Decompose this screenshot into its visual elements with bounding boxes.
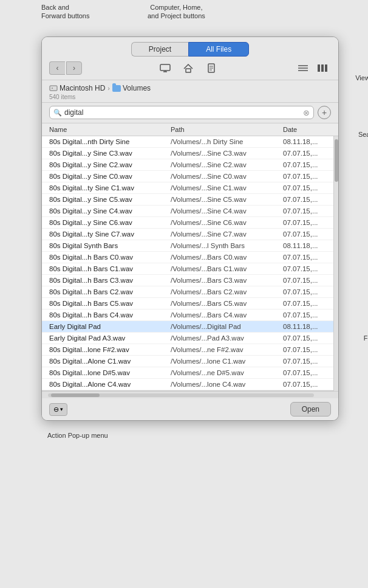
list-view-button[interactable] (295, 61, 312, 75)
table-row[interactable]: 80s Digital...h Bars C0.wav /Volumes/...… (42, 252, 333, 263)
file-path: /Volumes/...Sine C1.wav (171, 184, 283, 192)
vertical-scrollbar[interactable] (333, 136, 338, 391)
file-path: /Volumes/...h Dirty Sine (171, 138, 283, 145)
file-path: /Volumes/...Bars C1.wav (171, 265, 283, 272)
annotation-search-field: Search field (358, 131, 368, 138)
file-path: /Volumes/...Sine C5.wav (171, 196, 283, 203)
table-row[interactable]: 80s Digital...Alone C4.wav /Volumes/...l… (42, 379, 333, 390)
toolbar: Project All Files ‹ › (42, 37, 338, 80)
scrollbar-thumb[interactable] (335, 139, 338, 182)
h-scroll-thumb[interactable] (51, 393, 100, 397)
table-row[interactable]: 80s Digital...y Sine C4.wav /Volumes/...… (42, 206, 333, 217)
file-date: 07.07.15,... (283, 254, 326, 261)
breadcrumb-folder[interactable]: Volumes (112, 84, 151, 92)
table-row[interactable]: 80s Digital...y Sine C5.wav /Volumes/...… (42, 194, 333, 206)
computer-icon[interactable] (157, 61, 174, 75)
svg-rect-13 (325, 64, 327, 72)
nav-row: ‹ › (49, 61, 331, 75)
table-row[interactable]: 80s Digital...y Sine C0.wav /Volumes/...… (42, 171, 333, 182)
action-popup-button[interactable]: ⊖ ▾ (49, 403, 67, 416)
open-dialog: Project All Files ‹ › (41, 36, 339, 421)
table-row[interactable]: 80s Digital...y Sine C6.wav /Volumes/...… (42, 217, 333, 229)
file-date: 07.07.15,... (283, 311, 326, 319)
file-path: /Volumes/...l Synth Bars (171, 242, 283, 249)
file-path: /Volumes/...Bars C2.wav (171, 288, 283, 296)
file-path: /Volumes/...Sine C3.wav (171, 150, 283, 157)
file-path: /Volumes/...ne F#2.wav (171, 346, 283, 353)
file-date: 08.11.18,... (283, 242, 326, 249)
tab-all-files[interactable]: All Files (188, 42, 249, 57)
file-path: /Volumes/...Digital Pad (171, 323, 283, 330)
file-name: 80s Digital...lone D#5.wav (49, 369, 171, 376)
location-icon-group (157, 61, 220, 75)
table-row[interactable]: 80s Digital...h Bars C3.wav /Volumes/...… (42, 275, 333, 286)
file-date: 07.07.15,... (283, 196, 326, 203)
annotation-file-list: File list (364, 334, 368, 342)
svg-rect-11 (318, 64, 320, 72)
file-name: 80s Digital Synth Bars (49, 242, 171, 249)
svg-rect-15 (52, 88, 53, 89)
file-name: 80s Digital...Alone C4.wav (49, 381, 171, 388)
file-date: 08.11.18,... (283, 138, 326, 145)
file-date: 07.07.15,... (283, 358, 326, 365)
item-count: 540 items (49, 94, 331, 100)
file-name: Early Digital Pad (49, 323, 171, 330)
file-date: 07.07.15,... (283, 346, 326, 353)
table-row[interactable]: 80s Digital...nth Dirty Sine /Volumes/..… (42, 136, 333, 148)
table-row[interactable]: 80s Digital...lone F#2.wav /Volumes/...n… (42, 344, 333, 356)
search-input[interactable] (64, 108, 301, 117)
forward-button[interactable]: › (66, 61, 82, 75)
clear-search-button[interactable]: ⊗ (303, 109, 310, 117)
svg-rect-3 (186, 69, 191, 72)
column-view-button[interactable] (314, 61, 331, 75)
file-name: 80s Digital...y Sine C2.wav (49, 161, 171, 168)
home-icon[interactable] (180, 61, 197, 75)
file-date: 07.07.15,... (283, 207, 326, 215)
column-header-path[interactable]: Path (171, 126, 283, 133)
table-row[interactable]: 80s Digital...y Sine C2.wav /Volumes/...… (42, 159, 333, 171)
table-row[interactable]: Early Digital Pad A3.wav /Volumes/...Pad… (42, 333, 333, 344)
breadcrumb-bar: Macintosh HD › Volumes 540 items (42, 80, 338, 103)
annotation-view-buttons: View buttons (355, 74, 368, 81)
breadcrumb-drive[interactable]: Macintosh HD (49, 84, 105, 92)
file-name: 80s Digital...y Sine C3.wav (49, 150, 171, 157)
table-row[interactable]: 80s Digital...ty Sine C7.wav /Volumes/..… (42, 229, 333, 240)
file-path: /Volumes/...Sine C7.wav (171, 230, 283, 238)
svg-rect-0 (160, 64, 170, 71)
open-button[interactable]: Open (290, 402, 331, 417)
bottom-bar: ⊖ ▾ Open (42, 398, 338, 420)
file-name: 80s Digital...y Sine C0.wav (49, 173, 171, 180)
file-path: /Volumes/...Bars C0.wav (171, 254, 283, 261)
table-row[interactable]: Early Digital Pad /Volumes/...Digital Pa… (42, 321, 333, 333)
back-forward-group: ‹ › (49, 61, 82, 75)
column-header-date[interactable]: Date (283, 126, 331, 133)
table-row[interactable]: 80s Digital...h Bars C4.wav /Volumes/...… (42, 310, 333, 321)
table-row[interactable]: 80s Digital...h Bars C1.wav /Volumes/...… (42, 263, 333, 275)
file-path: /Volumes/...Sine C6.wav (171, 219, 283, 226)
table-row[interactable]: 80s Digital...lone D#5.wav /Volumes/...n… (42, 367, 333, 379)
action-chevron-icon: ▾ (60, 406, 63, 412)
file-date: 07.07.15,... (283, 277, 326, 284)
column-header-name[interactable]: Name (49, 126, 171, 133)
add-search-button[interactable]: + (318, 106, 331, 119)
horizontal-scrollbar[interactable] (42, 391, 338, 398)
project-icon[interactable] (203, 61, 220, 75)
search-icon: 🔍 (53, 109, 62, 117)
back-button[interactable]: ‹ (49, 61, 65, 75)
annotation-computer-home: Computer, Home,and Project buttons (148, 3, 205, 21)
file-name: 80s Digital...y Sine C4.wav (49, 207, 171, 215)
file-date: 07.07.15,... (283, 381, 326, 388)
table-row[interactable]: 80s Digital...y Sine C3.wav /Volumes/...… (42, 148, 333, 159)
file-name: 80s Digital...h Bars C4.wav (49, 311, 171, 319)
file-name: 80s Digital...nth Dirty Sine (49, 138, 171, 145)
annotation-action-popup: Action Pop-up menu (47, 432, 108, 439)
tab-project[interactable]: Project (131, 42, 188, 57)
file-name: 80s Digital...h Bars C5.wav (49, 300, 171, 307)
table-row[interactable]: 80s Digital...h Bars C2.wav /Volumes/...… (42, 286, 333, 298)
table-row[interactable]: 80s Digital Synth Bars /Volumes/...l Syn… (42, 240, 333, 252)
breadcrumb-separator: › (107, 85, 110, 92)
table-row[interactable]: 80s Digital...Alone C1.wav /Volumes/...l… (42, 356, 333, 367)
table-row[interactable]: 80s Digital...h Bars C5.wav /Volumes/...… (42, 298, 333, 310)
file-date: 07.07.15,... (283, 300, 326, 307)
table-row[interactable]: 80s Digital...ty Sine C1.wav /Volumes/..… (42, 182, 333, 194)
